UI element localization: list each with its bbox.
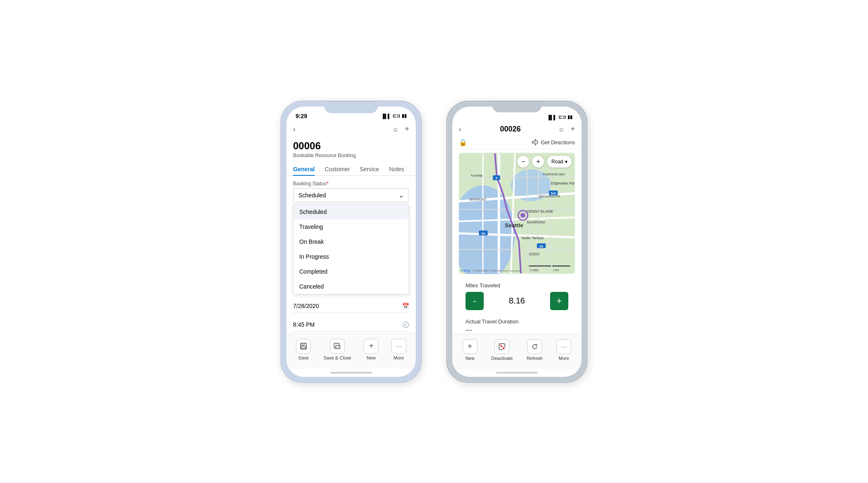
zoom-in-button[interactable]: + <box>532 156 544 167</box>
travel-duration-value: --- <box>466 325 568 334</box>
svg-text:TERFRONT: TERFRONT <box>469 197 486 201</box>
phone-notch-right <box>492 102 542 112</box>
svg-text:b Bing: b Bing <box>461 268 470 272</box>
refresh-icon <box>527 339 542 354</box>
phones-container: 9:29 ▐▌▌ ⊏⊐ ▮▮ ‹ ⌕ + 00006 Bookable Reso… <box>281 101 587 383</box>
tab-general[interactable]: General <box>293 163 315 176</box>
svg-text:SODO: SODO <box>529 252 540 256</box>
booking-status-options: Scheduled Traveling On Break In Progress… <box>293 204 409 294</box>
map-type-label: Road <box>551 159 563 165</box>
home-bar-left <box>330 372 372 374</box>
app-header-right: ‹ 00026 ⌕ + <box>452 123 582 137</box>
svg-text:99: 99 <box>482 231 485 235</box>
start-date-field: 7/28/2020 📅 <box>293 299 409 313</box>
svg-text:MADRONA: MADRONA <box>527 220 546 224</box>
option-traveling[interactable]: Traveling <box>293 219 409 234</box>
svg-rect-42 <box>529 265 551 267</box>
svg-marker-6 <box>532 139 538 145</box>
svg-text:DENNY BLAINE: DENNY BLAINE <box>527 209 553 213</box>
svg-text:Seattle: Seattle <box>505 222 524 228</box>
status-icons-right: ▐▌▌ ⊏⊐ ▮▮ <box>547 114 572 120</box>
booking-status-dropdown[interactable]: Scheduled ⌄ <box>293 188 409 202</box>
right-phone: ▐▌▌ ⊏⊐ ▮▮ ‹ 00026 ⌕ + 🔒 <box>446 101 587 383</box>
map-type-chevron-icon: ▾ <box>565 159 567 165</box>
back-button-left[interactable]: ‹ <box>293 125 296 133</box>
new-button-right[interactable]: + New <box>463 339 478 361</box>
new-label-left: New <box>366 355 376 360</box>
deactivate-icon <box>495 339 509 354</box>
left-phone: 9:29 ▐▌▌ ⊏⊐ ▮▮ ‹ ⌕ + 00006 Bookable Reso… <box>281 101 422 383</box>
map-type-button[interactable]: Road ▾ <box>547 156 572 167</box>
svg-text:1 miles: 1 miles <box>530 268 539 271</box>
home-indicator-right <box>452 369 582 377</box>
form-content-left: Booking Status* Scheduled ⌄ Scheduled Tr… <box>286 176 416 333</box>
app-header-left: ‹ ⌕ + <box>286 123 416 137</box>
svg-text:5: 5 <box>496 176 498 180</box>
left-phone-screen: 9:29 ▐▌▌ ⊏⊐ ▮▮ ‹ ⌕ + 00006 Bookable Reso… <box>286 107 416 377</box>
refresh-label: Refresh <box>526 356 543 361</box>
more-button-right[interactable]: ··· More <box>556 339 571 361</box>
save-close-button[interactable]: Save & Close <box>323 339 351 360</box>
more-button-left[interactable]: ··· More <box>391 339 406 360</box>
start-time-field: 8:45 PM 🕗 <box>293 318 409 332</box>
miles-traveled-section: Miles Traveled - 8.16 + <box>459 277 575 315</box>
travel-duration-label: Actual Travel Duration <box>466 318 568 325</box>
record-number-right: 00026 <box>461 125 559 133</box>
home-bar-right <box>496 372 538 374</box>
new-icon-left: + <box>364 339 378 354</box>
phone-notch-left <box>324 102 378 113</box>
option-on-break[interactable]: On Break <box>293 234 409 249</box>
wifi-icon-right: ⊏⊐ <box>558 114 566 120</box>
signal-icon: ▐▌▌ <box>381 114 391 119</box>
option-completed[interactable]: Completed <box>293 264 409 279</box>
status-icons-left: ▐▌▌ ⊏⊐ ▮▮ <box>381 113 407 119</box>
save-close-label: Save & Close <box>323 355 351 360</box>
option-in-progress[interactable]: In Progress <box>293 249 409 264</box>
deactivate-label: Deactivate <box>491 356 513 361</box>
travel-duration-section: Actual Travel Duration --- <box>459 315 575 334</box>
svg-text:© 2020 HERE, © 2020 Microsoft : © 2020 HERE, © 2020 Microsoft Corporatio… <box>473 269 521 272</box>
directions-row: 🔒 Get Directions <box>452 137 582 149</box>
svg-text:Yesler Terrace: Yesler Terrace <box>521 236 544 240</box>
more-icon-left: ··· <box>391 339 406 354</box>
miles-decrement-button[interactable]: - <box>466 292 484 310</box>
tab-service[interactable]: Service <box>360 163 379 176</box>
deactivate-button[interactable]: Deactivate <box>491 339 513 361</box>
status-time: 9:29 <box>296 113 307 119</box>
bottom-toolbar-right: + New Deactivate <box>452 334 582 369</box>
zoom-out-button[interactable]: − <box>517 156 529 167</box>
header-actions-left: ⌕ + <box>393 125 409 133</box>
svg-text:1 km: 1 km <box>553 268 559 271</box>
tab-notes[interactable]: Notes <box>389 163 405 176</box>
refresh-button[interactable]: Refresh <box>526 339 543 361</box>
map-container: 5 520 99 90 Edgewater Park PORTAGE BAY B… <box>459 153 575 274</box>
start-time-value[interactable]: 8:45 PM 🕗 <box>293 318 409 332</box>
save-close-icon <box>330 339 345 354</box>
more-icon-right: ··· <box>556 339 571 354</box>
booking-status-label: Booking Status* <box>293 181 409 187</box>
save-label: Save <box>298 355 309 360</box>
battery-icon: ▮▮ <box>402 113 407 119</box>
option-canceled[interactable]: Canceled <box>293 279 409 294</box>
get-directions-button[interactable]: Get Directions <box>532 139 575 146</box>
start-date-value[interactable]: 7/28/2020 📅 <box>293 299 409 313</box>
record-subtitle-left: Bookable Resource Booking <box>293 153 409 158</box>
svg-point-31 <box>521 213 526 218</box>
svg-text:PORTAGE BAY: PORTAGE BAY <box>543 172 565 176</box>
bottom-toolbar-left: Save Save & Close + New <box>286 333 416 369</box>
tabs-bar-left: General Customer Service Notes <box>286 160 416 176</box>
search-button-right[interactable]: ⌕ <box>559 125 564 133</box>
tab-customer[interactable]: Customer <box>325 163 350 176</box>
add-button-right[interactable]: + <box>570 125 575 133</box>
lock-icon: 🔒 <box>459 138 467 146</box>
new-button-left[interactable]: + New <box>364 339 378 360</box>
svg-text:N ANNE: N ANNE <box>471 173 483 177</box>
add-button-left[interactable]: + <box>405 125 409 133</box>
option-scheduled[interactable]: Scheduled <box>293 204 409 219</box>
save-button[interactable]: Save <box>296 339 311 360</box>
miles-increment-button[interactable]: + <box>550 292 568 310</box>
dropdown-selected-value: Scheduled <box>298 192 326 199</box>
map-svg: 5 520 99 90 Edgewater Park PORTAGE BAY B… <box>459 153 575 274</box>
svg-rect-2 <box>301 346 306 349</box>
search-button-left[interactable]: ⌕ <box>393 125 398 133</box>
